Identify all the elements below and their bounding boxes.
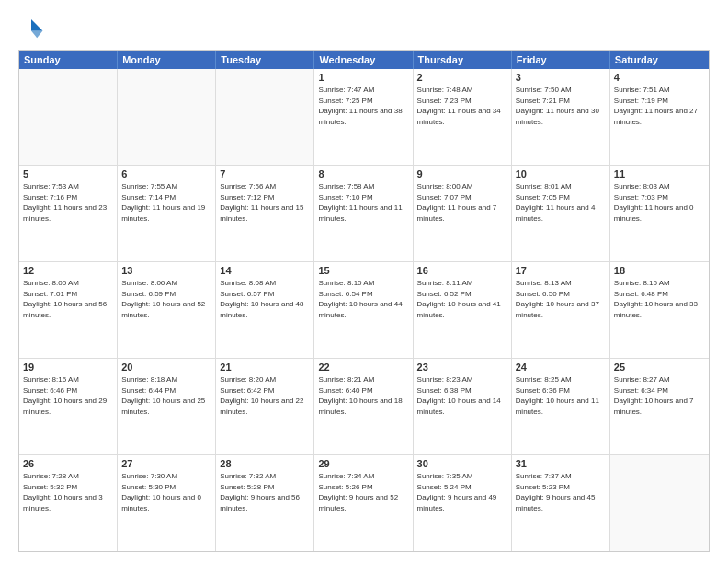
header-day-tuesday: Tuesday	[216, 51, 314, 69]
cell-sun-info: Sunrise: 8:13 AMSunset: 6:50 PMDaylight:…	[516, 278, 606, 320]
calendar-cell: 5Sunrise: 7:53 AMSunset: 7:16 PMDaylight…	[19, 166, 118, 261]
day-number: 20	[121, 362, 211, 373]
day-number: 4	[614, 72, 705, 83]
calendar-header: SundayMondayTuesdayWednesdayThursdayFrid…	[19, 51, 709, 69]
day-number: 19	[23, 362, 113, 373]
svg-marker-0	[31, 19, 42, 30]
cell-sun-info: Sunrise: 8:10 AMSunset: 6:54 PMDaylight:…	[318, 278, 408, 320]
day-number: 1	[318, 72, 408, 83]
day-number: 7	[220, 168, 310, 179]
cell-sun-info: Sunrise: 8:05 AMSunset: 7:01 PMDaylight:…	[23, 278, 113, 320]
calendar-cell: 29Sunrise: 7:34 AMSunset: 5:26 PMDayligh…	[314, 455, 413, 551]
cell-sun-info: Sunrise: 7:34 AMSunset: 5:26 PMDaylight:…	[318, 471, 408, 513]
cell-sun-info: Sunrise: 7:37 AMSunset: 5:23 PMDaylight:…	[516, 471, 606, 513]
header-day-thursday: Thursday	[414, 51, 512, 69]
calendar-cell: 21Sunrise: 8:20 AMSunset: 6:42 PMDayligh…	[216, 359, 314, 454]
day-number: 8	[318, 168, 408, 179]
calendar-cell: 26Sunrise: 7:28 AMSunset: 5:32 PMDayligh…	[19, 455, 118, 551]
day-number: 28	[220, 458, 310, 469]
cell-sun-info: Sunrise: 8:03 AMSunset: 7:03 PMDaylight:…	[614, 181, 705, 224]
calendar-cell: 17Sunrise: 8:13 AMSunset: 6:50 PMDayligh…	[512, 262, 610, 358]
calendar-cell	[118, 69, 216, 165]
page: SundayMondayTuesdayWednesdayThursdayFrid…	[0, 0, 728, 563]
day-number: 9	[417, 168, 507, 179]
cell-sun-info: Sunrise: 8:06 AMSunset: 6:59 PMDaylight:…	[121, 278, 211, 320]
day-number: 6	[121, 168, 211, 179]
cell-sun-info: Sunrise: 8:15 AMSunset: 6:48 PMDaylight:…	[614, 278, 705, 320]
day-number: 10	[516, 168, 606, 179]
day-number: 3	[516, 72, 606, 83]
day-number: 27	[121, 458, 211, 469]
calendar-cell	[610, 455, 709, 551]
day-number: 13	[121, 265, 211, 276]
calendar-cell: 14Sunrise: 8:08 AMSunset: 6:57 PMDayligh…	[216, 262, 314, 358]
calendar-cell: 4Sunrise: 7:51 AMSunset: 7:19 PMDaylight…	[610, 69, 709, 165]
calendar-cell: 20Sunrise: 8:18 AMSunset: 6:44 PMDayligh…	[118, 359, 216, 454]
calendar-cell: 27Sunrise: 7:30 AMSunset: 5:30 PMDayligh…	[118, 455, 216, 551]
cell-sun-info: Sunrise: 7:48 AMSunset: 7:23 PMDaylight:…	[417, 85, 507, 127]
logo-icon	[18, 17, 44, 42]
calendar-cell: 7Sunrise: 7:56 AMSunset: 7:12 PMDaylight…	[216, 166, 314, 261]
calendar-cell: 12Sunrise: 8:05 AMSunset: 7:01 PMDayligh…	[19, 262, 118, 358]
calendar-row-4: 26Sunrise: 7:28 AMSunset: 5:32 PMDayligh…	[19, 454, 709, 551]
calendar-cell: 22Sunrise: 8:21 AMSunset: 6:40 PMDayligh…	[314, 359, 413, 454]
header-day-wednesday: Wednesday	[314, 51, 413, 69]
day-number: 2	[417, 72, 507, 83]
calendar-cell: 23Sunrise: 8:23 AMSunset: 6:38 PMDayligh…	[414, 359, 512, 454]
cell-sun-info: Sunrise: 8:21 AMSunset: 6:40 PMDaylight:…	[318, 374, 408, 417]
cell-sun-info: Sunrise: 8:18 AMSunset: 6:44 PMDaylight:…	[121, 374, 211, 417]
header-day-friday: Friday	[512, 51, 610, 69]
cell-sun-info: Sunrise: 7:35 AMSunset: 5:24 PMDaylight:…	[417, 471, 507, 513]
calendar-cell: 18Sunrise: 8:15 AMSunset: 6:48 PMDayligh…	[610, 262, 709, 358]
day-number: 17	[516, 265, 606, 276]
day-number: 21	[220, 362, 310, 373]
day-number: 29	[318, 458, 408, 469]
calendar-row-0: 1Sunrise: 7:47 AMSunset: 7:25 PMDaylight…	[19, 69, 709, 165]
calendar-cell: 19Sunrise: 8:16 AMSunset: 6:46 PMDayligh…	[19, 359, 118, 454]
svg-marker-1	[31, 31, 42, 39]
logo	[18, 17, 48, 42]
cell-sun-info: Sunrise: 8:00 AMSunset: 7:07 PMDaylight:…	[417, 181, 507, 224]
day-number: 12	[23, 265, 113, 276]
calendar-cell: 6Sunrise: 7:55 AMSunset: 7:14 PMDaylight…	[118, 166, 216, 261]
calendar-cell: 11Sunrise: 8:03 AMSunset: 7:03 PMDayligh…	[610, 166, 709, 261]
header	[18, 17, 710, 42]
day-number: 16	[417, 265, 507, 276]
day-number: 14	[220, 265, 310, 276]
cell-sun-info: Sunrise: 7:50 AMSunset: 7:21 PMDaylight:…	[516, 85, 606, 127]
day-number: 22	[318, 362, 408, 373]
cell-sun-info: Sunrise: 8:25 AMSunset: 6:36 PMDaylight:…	[516, 374, 606, 417]
cell-sun-info: Sunrise: 7:56 AMSunset: 7:12 PMDaylight:…	[220, 181, 310, 224]
calendar-cell: 28Sunrise: 7:32 AMSunset: 5:28 PMDayligh…	[216, 455, 314, 551]
cell-sun-info: Sunrise: 8:16 AMSunset: 6:46 PMDaylight:…	[23, 374, 113, 417]
calendar-row-1: 5Sunrise: 7:53 AMSunset: 7:16 PMDaylight…	[19, 165, 709, 261]
day-number: 11	[614, 168, 705, 179]
day-number: 25	[614, 362, 705, 373]
cell-sun-info: Sunrise: 8:23 AMSunset: 6:38 PMDaylight:…	[417, 374, 507, 417]
cell-sun-info: Sunrise: 7:32 AMSunset: 5:28 PMDaylight:…	[220, 471, 310, 513]
calendar-cell: 8Sunrise: 7:58 AMSunset: 7:10 PMDaylight…	[314, 166, 413, 261]
calendar-cell	[19, 69, 118, 165]
calendar-cell: 31Sunrise: 7:37 AMSunset: 5:23 PMDayligh…	[512, 455, 610, 551]
day-number: 30	[417, 458, 507, 469]
calendar-cell: 10Sunrise: 8:01 AMSunset: 7:05 PMDayligh…	[512, 166, 610, 261]
calendar-row-2: 12Sunrise: 8:05 AMSunset: 7:01 PMDayligh…	[19, 261, 709, 358]
calendar-cell: 9Sunrise: 8:00 AMSunset: 7:07 PMDaylight…	[414, 166, 512, 261]
calendar-cell: 15Sunrise: 8:10 AMSunset: 6:54 PMDayligh…	[314, 262, 413, 358]
cell-sun-info: Sunrise: 7:55 AMSunset: 7:14 PMDaylight:…	[121, 181, 211, 224]
calendar-cell: 3Sunrise: 7:50 AMSunset: 7:21 PMDaylight…	[512, 69, 610, 165]
calendar-cell: 24Sunrise: 8:25 AMSunset: 6:36 PMDayligh…	[512, 359, 610, 454]
header-day-sunday: Sunday	[19, 51, 118, 69]
calendar-cell: 2Sunrise: 7:48 AMSunset: 7:23 PMDaylight…	[414, 69, 512, 165]
calendar-cell: 16Sunrise: 8:11 AMSunset: 6:52 PMDayligh…	[414, 262, 512, 358]
calendar-cell: 25Sunrise: 8:27 AMSunset: 6:34 PMDayligh…	[610, 359, 709, 454]
cell-sun-info: Sunrise: 7:53 AMSunset: 7:16 PMDaylight:…	[23, 181, 113, 224]
cell-sun-info: Sunrise: 8:20 AMSunset: 6:42 PMDaylight:…	[220, 374, 310, 417]
day-number: 31	[516, 458, 606, 469]
cell-sun-info: Sunrise: 7:47 AMSunset: 7:25 PMDaylight:…	[318, 85, 408, 127]
cell-sun-info: Sunrise: 7:58 AMSunset: 7:10 PMDaylight:…	[318, 181, 408, 224]
calendar-cell	[216, 69, 314, 165]
calendar-cell: 30Sunrise: 7:35 AMSunset: 5:24 PMDayligh…	[414, 455, 512, 551]
day-number: 24	[516, 362, 606, 373]
cell-sun-info: Sunrise: 8:08 AMSunset: 6:57 PMDaylight:…	[220, 278, 310, 320]
